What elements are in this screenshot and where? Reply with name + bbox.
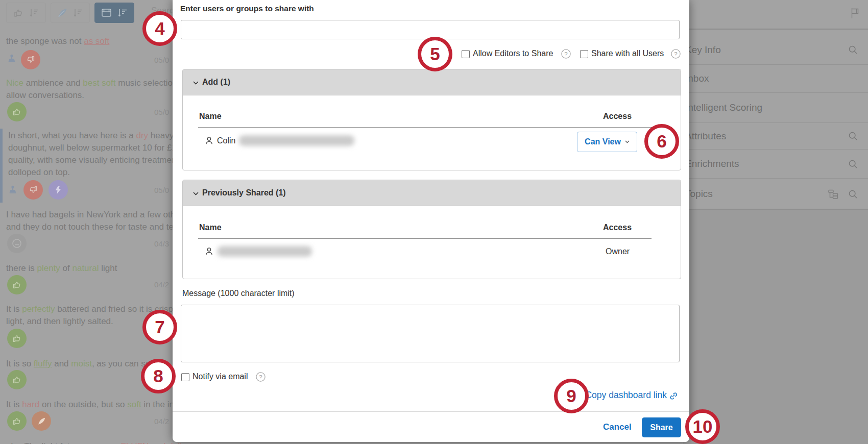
- svg-text:?: ?: [564, 51, 567, 57]
- svg-text:?: ?: [674, 51, 677, 57]
- svg-text:?: ?: [259, 374, 262, 380]
